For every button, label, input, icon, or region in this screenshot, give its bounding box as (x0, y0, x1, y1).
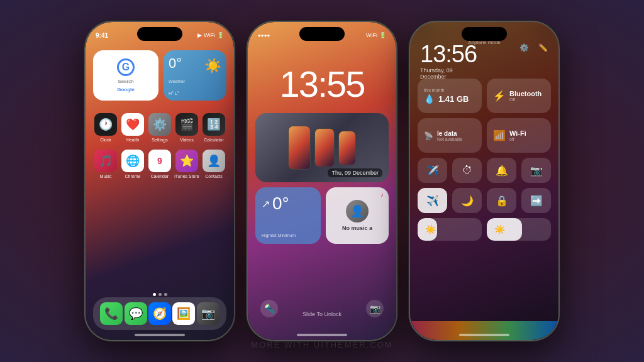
cc-nav-btn[interactable]: ➡️ (521, 188, 551, 213)
chrome-label: Chrome (125, 174, 141, 178)
google-brand-label: Google (117, 87, 135, 92)
dot-2 (158, 293, 162, 296)
app-settings[interactable]: ⚙️ Settings (147, 113, 172, 142)
app-clock[interactable]: 🕐 Clock (93, 113, 118, 142)
calculator-icon: 🔢 (203, 113, 225, 136)
contacts-icon: 👤 (203, 150, 225, 172)
cc-tiles: this month 💧 1.41 GB ⚡ Bluetooth Off (418, 79, 551, 241)
cc-data-tile[interactable]: this month 💧 1.41 GB (418, 79, 482, 113)
dynamic-island-2 (299, 27, 345, 41)
dock-camera[interactable]: 📷 (196, 302, 220, 325)
page-dots (86, 293, 234, 296)
status-icons-left: ●●●● (258, 33, 270, 38)
wifi-sub: off (509, 137, 526, 141)
cc-timer-btn[interactable]: ⏱ (452, 158, 482, 183)
videos-label: Videos (180, 138, 193, 142)
app-grid: 🕐 Clock ❤️ Health ⚙️ Settings 🎬 Videos 🔢 (93, 113, 226, 186)
data-tile-label: this month (424, 88, 475, 92)
app-row-2: 🎵 Music 🌐 Chrome 9 Calendar ⭐ iTunes Sto… (93, 150, 226, 178)
status-icons-right-2: WiFi 🔋 (366, 32, 386, 38)
weather-widget[interactable]: 0° ☀️ Weather H° L° (164, 50, 226, 101)
lock-music-widget[interactable]: ♪ 👤 No music a (326, 187, 389, 244)
cc-lock-btn[interactable]: 🔒 (487, 188, 516, 213)
google-widget[interactable]: G Search Google (93, 50, 158, 101)
lock-weather-temp: 0° (272, 194, 289, 214)
app-calculator[interactable]: 🔢 Calculator (201, 113, 226, 142)
mini-phones (288, 126, 356, 170)
data-tile-value: 1.41 GB (438, 94, 469, 104)
app-contacts[interactable]: 👤 Contacts (201, 150, 226, 178)
home-widgets: G Search Google 0° ☀️ Weather H° L° (93, 50, 226, 101)
slide-to-unlock: Slide To Unlock (303, 311, 341, 317)
music-icon: 🎵 (94, 150, 117, 172)
cc-screen-record-btn[interactable]: 📷 (521, 158, 551, 183)
app-chrome[interactable]: 🌐 Chrome (120, 150, 145, 178)
cc-buttons-row-1: ✈️ ⏱ 🔔 📷 (418, 158, 551, 183)
dock-photos[interactable]: 🖼️ (172, 302, 196, 325)
dot-3 (164, 293, 167, 296)
cc-brightness-slider[interactable]: ☀️ (418, 218, 482, 241)
cc-focus-btn[interactable]: ✈️ (418, 158, 447, 183)
antenna-icon: 📡 (424, 131, 433, 140)
app-row-1: 🕐 Clock ❤️ Health ⚙️ Settings 🎬 Videos 🔢 (93, 113, 226, 142)
lock-screen-time: 13:55 (248, 63, 396, 105)
phone-2: ●●●● WiFi 🔋 13:55 Thu, 09 December (247, 21, 397, 341)
app-health[interactable]: ❤️ Health (120, 113, 145, 142)
nav-icon: ↗ (262, 198, 270, 210)
app-videos[interactable]: 🎬 Videos (174, 113, 199, 142)
cc-buttons-row-2: ✈️ 🌙 🔒 ➡️ (418, 188, 551, 213)
cc-tile-row-1: this month 💧 1.41 GB ⚡ Bluetooth Off (418, 79, 551, 113)
dock: 📞 💬 🧭 🖼️ 📷 (93, 297, 226, 330)
cc-tile-row-2: 📡 le data Not available 📶 Wi-Fi off (418, 118, 551, 153)
wifi-icon-2: WiFi (366, 32, 377, 38)
bluetooth-sub: Off (509, 97, 541, 102)
music-label: Music (100, 174, 111, 178)
cc-bluetooth-tile[interactable]: ⚡ Bluetooth Off (487, 79, 551, 113)
dock-messages[interactable]: 💬 (123, 302, 147, 325)
app-itunes[interactable]: ⭐ iTunes Store (174, 150, 199, 178)
signal-dots: ●●●● (258, 33, 270, 38)
camera-icon: 📷 (197, 302, 219, 325)
cc-wifi-tile[interactable]: 📶 Wi-Fi off (487, 118, 551, 153)
dynamic-island-3 (462, 27, 507, 41)
google-g-icon: G (117, 58, 135, 76)
search-label: Search (118, 79, 133, 84)
app-calendar[interactable]: 9 Calendar (147, 150, 172, 178)
wifi-title: Wi-Fi (509, 129, 526, 137)
watermark: MORE WITH UITHEMER.COM (0, 340, 644, 349)
cc-bell-btn[interactable]: 🔔 (487, 158, 516, 183)
home-indicator-1 (135, 334, 185, 336)
lock-weather-widget[interactable]: ↗ 0° Highest Minimum (255, 187, 321, 244)
dock-safari[interactable]: 🧭 (148, 302, 172, 325)
cc-edit-icon[interactable]: ✏️ (536, 41, 550, 55)
clock-icon: 🕐 (94, 113, 117, 136)
videos-icon: 🎬 (175, 113, 198, 136)
battery-icon-2: 🔋 (379, 32, 386, 38)
cc-moon-btn[interactable]: 🌙 (452, 188, 482, 213)
home-indicator-2 (297, 334, 347, 336)
sun-icon: ☀️ (204, 58, 221, 74)
cc-date-text: Thursday, 09 December (420, 67, 453, 80)
dock-phone[interactable]: 📞 (99, 302, 123, 325)
cc-top-icons: ⚙️ ✏️ (517, 41, 550, 55)
cc-settings-icon[interactable]: ⚙️ (517, 41, 531, 55)
cc-time: 13:56 (420, 41, 477, 68)
clock-label: Clock (100, 138, 111, 142)
camera-lock-icon[interactable]: 📷 (366, 300, 384, 317)
data-drop-icon: 💧 (424, 94, 435, 104)
itunes-label: iTunes Store (174, 174, 199, 178)
phone-3: Airplane mode 13:56 Thursday, 09 Decembe… (409, 21, 560, 341)
flashlight-icon[interactable]: 🔦 (260, 300, 278, 317)
mobiledata-sub: Not available (437, 137, 462, 141)
weather-name: Weather (169, 79, 221, 84)
cc-airplane-btn[interactable]: ✈️ (418, 188, 447, 213)
music-note-icon: ♪ (380, 191, 384, 198)
photo-date: Thu, 09 December (328, 168, 382, 177)
app-music[interactable]: 🎵 Music (93, 150, 118, 178)
cc-brightness-slider-2[interactable]: ☀️ (487, 218, 551, 241)
chrome-icon: 🌐 (121, 150, 144, 172)
mini-phone-3 (338, 131, 356, 165)
cc-mobiledata-tile[interactable]: 📡 le data Not available (418, 118, 482, 153)
photo-widget-inner: Thu, 09 December (255, 113, 389, 182)
brightness-icon-2: ☀️ (494, 224, 505, 234)
